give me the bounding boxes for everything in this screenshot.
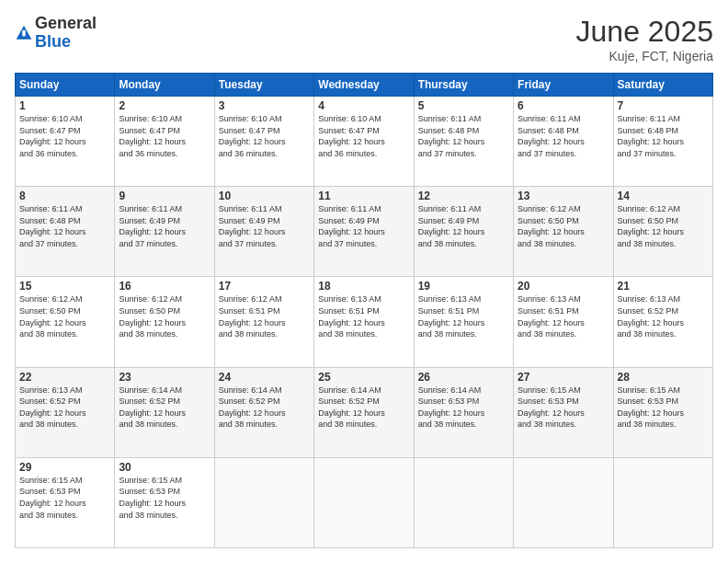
- day-info: Sunrise: 6:14 AM Sunset: 6:52 PM Dayligh…: [219, 385, 310, 431]
- table-row: 28Sunrise: 6:15 AM Sunset: 6:53 PM Dayli…: [613, 367, 712, 457]
- day-number: 1: [19, 99, 110, 112]
- day-number: 20: [518, 280, 609, 293]
- day-number: 12: [418, 190, 509, 202]
- day-info: Sunrise: 6:13 AM Sunset: 6:51 PM Dayligh…: [518, 293, 609, 339]
- day-info: Sunrise: 6:12 AM Sunset: 6:50 PM Dayligh…: [19, 293, 110, 339]
- month-title: June 2025: [576, 15, 713, 49]
- day-number: 11: [318, 190, 409, 202]
- title-section: June 2025 Kuje, FCT, Nigeria: [576, 15, 713, 63]
- calendar-row: 29Sunrise: 6:15 AM Sunset: 6:53 PM Dayli…: [16, 457, 713, 547]
- calendar-row: 1Sunrise: 6:10 AM Sunset: 6:47 PM Daylig…: [16, 97, 713, 187]
- location: Kuje, FCT, Nigeria: [576, 49, 713, 63]
- day-number: 24: [219, 371, 310, 384]
- day-info: Sunrise: 6:12 AM Sunset: 6:50 PM Dayligh…: [119, 293, 210, 339]
- day-number: 29: [19, 461, 110, 474]
- logo-general-text: General: [35, 14, 97, 32]
- day-info: Sunrise: 6:15 AM Sunset: 6:53 PM Dayligh…: [618, 385, 709, 431]
- table-row: 8Sunrise: 6:11 AM Sunset: 6:48 PM Daylig…: [16, 187, 115, 277]
- day-number: 22: [19, 371, 110, 384]
- table-row: [613, 457, 712, 547]
- day-info: Sunrise: 6:13 AM Sunset: 6:51 PM Dayligh…: [318, 293, 409, 339]
- table-row: 24Sunrise: 6:14 AM Sunset: 6:52 PM Dayli…: [214, 367, 313, 457]
- day-number: 28: [618, 371, 709, 384]
- table-row: 6Sunrise: 6:11 AM Sunset: 6:48 PM Daylig…: [514, 97, 613, 187]
- day-info: Sunrise: 6:10 AM Sunset: 6:47 PM Dayligh…: [318, 113, 409, 159]
- calendar-row: 8Sunrise: 6:11 AM Sunset: 6:48 PM Daylig…: [16, 187, 713, 277]
- day-number: 21: [618, 280, 709, 293]
- day-number: 5: [418, 99, 509, 112]
- day-number: 17: [219, 280, 310, 293]
- logo: General Blue: [15, 15, 97, 52]
- day-info: Sunrise: 6:15 AM Sunset: 6:53 PM Dayligh…: [518, 385, 609, 431]
- col-tuesday: Tuesday: [214, 74, 313, 97]
- day-number: 26: [418, 371, 509, 384]
- calendar-row: 22Sunrise: 6:13 AM Sunset: 6:52 PM Dayli…: [16, 367, 713, 457]
- table-row: 23Sunrise: 6:14 AM Sunset: 6:52 PM Dayli…: [115, 367, 214, 457]
- day-info: Sunrise: 6:14 AM Sunset: 6:52 PM Dayligh…: [318, 385, 409, 431]
- day-info: Sunrise: 6:10 AM Sunset: 6:47 PM Dayligh…: [119, 113, 210, 159]
- table-row: 16Sunrise: 6:12 AM Sunset: 6:50 PM Dayli…: [115, 277, 214, 367]
- day-info: Sunrise: 6:11 AM Sunset: 6:49 PM Dayligh…: [119, 203, 210, 249]
- calendar-table: Sunday Monday Tuesday Wednesday Thursday…: [15, 73, 713, 548]
- table-row: 26Sunrise: 6:14 AM Sunset: 6:53 PM Dayli…: [414, 367, 513, 457]
- day-info: Sunrise: 6:11 AM Sunset: 6:49 PM Dayligh…: [318, 203, 409, 249]
- table-row: [214, 457, 313, 547]
- col-thursday: Thursday: [414, 74, 513, 97]
- day-number: 23: [119, 371, 210, 384]
- day-number: 30: [119, 461, 210, 474]
- day-number: 8: [19, 190, 110, 202]
- day-info: Sunrise: 6:11 AM Sunset: 6:48 PM Dayligh…: [518, 113, 609, 159]
- day-info: Sunrise: 6:11 AM Sunset: 6:49 PM Dayligh…: [219, 203, 310, 249]
- day-number: 16: [119, 280, 210, 293]
- table-row: 9Sunrise: 6:11 AM Sunset: 6:49 PM Daylig…: [115, 187, 214, 277]
- table-row: 20Sunrise: 6:13 AM Sunset: 6:51 PM Dayli…: [514, 277, 613, 367]
- day-info: Sunrise: 6:11 AM Sunset: 6:48 PM Dayligh…: [418, 113, 509, 159]
- day-number: 6: [518, 99, 609, 112]
- day-info: Sunrise: 6:11 AM Sunset: 6:48 PM Dayligh…: [618, 113, 709, 159]
- table-row: 12Sunrise: 6:11 AM Sunset: 6:49 PM Dayli…: [414, 187, 513, 277]
- table-row: 29Sunrise: 6:15 AM Sunset: 6:53 PM Dayli…: [16, 457, 115, 547]
- day-info: Sunrise: 6:13 AM Sunset: 6:52 PM Dayligh…: [19, 385, 110, 431]
- day-info: Sunrise: 6:14 AM Sunset: 6:52 PM Dayligh…: [119, 385, 210, 431]
- calendar-header-row: Sunday Monday Tuesday Wednesday Thursday…: [16, 74, 713, 97]
- table-row: 7Sunrise: 6:11 AM Sunset: 6:48 PM Daylig…: [613, 97, 712, 187]
- day-number: 18: [318, 280, 409, 293]
- table-row: 14Sunrise: 6:12 AM Sunset: 6:50 PM Dayli…: [613, 187, 712, 277]
- table-row: 18Sunrise: 6:13 AM Sunset: 6:51 PM Dayli…: [314, 277, 414, 367]
- table-row: 10Sunrise: 6:11 AM Sunset: 6:49 PM Dayli…: [214, 187, 313, 277]
- logo-text: General Blue: [35, 15, 97, 52]
- table-row: 30Sunrise: 6:15 AM Sunset: 6:53 PM Dayli…: [115, 457, 214, 547]
- day-number: 27: [518, 371, 609, 384]
- table-row: 3Sunrise: 6:10 AM Sunset: 6:47 PM Daylig…: [214, 97, 313, 187]
- day-number: 10: [219, 190, 310, 202]
- table-row: [514, 457, 613, 547]
- day-info: Sunrise: 6:10 AM Sunset: 6:47 PM Dayligh…: [219, 113, 310, 159]
- day-number: 3: [219, 99, 310, 112]
- table-row: 2Sunrise: 6:10 AM Sunset: 6:47 PM Daylig…: [115, 97, 214, 187]
- table-row: 25Sunrise: 6:14 AM Sunset: 6:52 PM Dayli…: [314, 367, 414, 457]
- col-sunday: Sunday: [16, 74, 115, 97]
- table-row: 15Sunrise: 6:12 AM Sunset: 6:50 PM Dayli…: [16, 277, 115, 367]
- table-row: 17Sunrise: 6:12 AM Sunset: 6:51 PM Dayli…: [214, 277, 313, 367]
- day-info: Sunrise: 6:11 AM Sunset: 6:48 PM Dayligh…: [19, 203, 110, 249]
- day-info: Sunrise: 6:12 AM Sunset: 6:51 PM Dayligh…: [219, 293, 310, 339]
- table-row: [414, 457, 513, 547]
- day-number: 7: [618, 99, 709, 112]
- day-info: Sunrise: 6:14 AM Sunset: 6:53 PM Dayligh…: [418, 385, 509, 431]
- svg-rect-1: [22, 29, 25, 36]
- day-number: 15: [19, 280, 110, 293]
- day-number: 25: [318, 371, 409, 384]
- day-info: Sunrise: 6:12 AM Sunset: 6:50 PM Dayligh…: [618, 203, 709, 249]
- day-info: Sunrise: 6:11 AM Sunset: 6:49 PM Dayligh…: [418, 203, 509, 249]
- table-row: 1Sunrise: 6:10 AM Sunset: 6:47 PM Daylig…: [16, 97, 115, 187]
- day-info: Sunrise: 6:13 AM Sunset: 6:52 PM Dayligh…: [618, 293, 709, 339]
- day-info: Sunrise: 6:10 AM Sunset: 6:47 PM Dayligh…: [19, 113, 110, 159]
- header: General Blue June 2025 Kuje, FCT, Nigeri…: [15, 15, 713, 63]
- day-info: Sunrise: 6:12 AM Sunset: 6:50 PM Dayligh…: [518, 203, 609, 249]
- table-row: 21Sunrise: 6:13 AM Sunset: 6:52 PM Dayli…: [613, 277, 712, 367]
- table-row: 5Sunrise: 6:11 AM Sunset: 6:48 PM Daylig…: [414, 97, 513, 187]
- col-friday: Friday: [514, 74, 613, 97]
- day-number: 13: [518, 190, 609, 202]
- day-number: 4: [318, 99, 409, 112]
- table-row: 4Sunrise: 6:10 AM Sunset: 6:47 PM Daylig…: [314, 97, 414, 187]
